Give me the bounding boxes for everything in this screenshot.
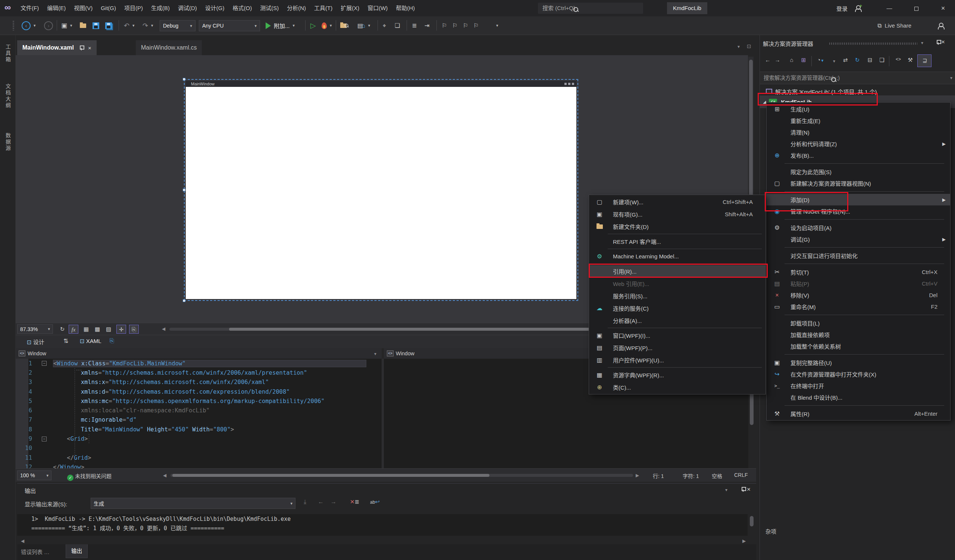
- sign-in-button[interactable]: 登录: [836, 5, 847, 12]
- code-line[interactable]: 10: [16, 444, 382, 453]
- editor-split-divider[interactable]: [382, 359, 384, 468]
- panel-dropdown-icon[interactable]: ▾: [921, 40, 923, 45]
- menu-item[interactable]: 对交互窗口进行项目初始化: [767, 250, 950, 261]
- menu-item[interactable]: 添加(D)▶: [767, 194, 950, 206]
- code-line[interactable]: 1−<Window x:Class="KmdFocLib.MainWindow": [16, 359, 382, 368]
- pin-icon[interactable]: [741, 487, 745, 492]
- breadcrumb-left[interactable]: <> Window ▾: [16, 348, 382, 359]
- restore-button[interactable]: [908, 0, 925, 16]
- editor-zoom-dropdown[interactable]: 100 %▾: [17, 471, 52, 480]
- menubar-item[interactable]: 编辑(E): [43, 0, 70, 16]
- output-vertical-scrollbar[interactable]: [750, 516, 753, 526]
- menubar-item[interactable]: 扩展(X): [337, 0, 363, 16]
- menu-item[interactable]: ◉管理 NuGet 程序包(N)...: [767, 206, 950, 217]
- menu-item[interactable]: ▣复制完整路径(U): [767, 357, 950, 368]
- start-without-debug-button[interactable]: ▷: [310, 16, 316, 35]
- new-project-button[interactable]: ▣▾: [61, 16, 72, 35]
- selection-tool-icon[interactable]: ⌖: [383, 16, 386, 35]
- back-icon[interactable]: ←: [763, 57, 773, 63]
- word-wrap-icon[interactable]: ab↩: [370, 499, 380, 505]
- design-canvas[interactable]: MainWindow: [186, 81, 576, 299]
- fold-collapse-icon[interactable]: −: [42, 361, 47, 366]
- menu-item[interactable]: ▤页面(WPF)(P)...: [589, 342, 766, 354]
- indent-decrease-icon[interactable]: ≣: [412, 16, 417, 35]
- goto-message-icon[interactable]: ⤓: [304, 499, 306, 505]
- next-message-icon[interactable]: →: [330, 499, 337, 505]
- code-line[interactable]: 12</Window>: [16, 462, 382, 468]
- show-all-files-icon[interactable]: ❏: [877, 57, 887, 63]
- menu-item[interactable]: 重新生成(E): [767, 115, 950, 126]
- output-text-area[interactable]: 1> KmdFocLib -> E:\KmdFoc\Tools\vSeaskyD…: [17, 514, 748, 536]
- code-line[interactable]: 5 xmlns:mc="http://schemas.openxmlformat…: [16, 396, 382, 406]
- pending-changes-filter-icon[interactable]: ◔▼: [816, 57, 825, 63]
- pop-out-pane-icon[interactable]: ⎘: [110, 337, 114, 344]
- menu-item[interactable]: 加载直接依赖项: [767, 329, 950, 340]
- menu-item[interactable]: 服务引用(S)...: [589, 290, 766, 302]
- tab-error-list[interactable]: 错误列表 …: [21, 548, 50, 555]
- code-line[interactable]: 3 xmlns:x="http://schemas.microsoft.com/…: [16, 377, 382, 387]
- menu-item[interactable]: ☁连接的服务(C): [589, 302, 766, 314]
- code-health-indicator[interactable]: ✓ 未找到相关问题: [67, 472, 111, 481]
- menubar-item[interactable]: 设计(G): [201, 0, 229, 16]
- menubar-item[interactable]: 视图(V): [70, 0, 97, 16]
- designer-zoom-dropdown[interactable]: 87.33%▾: [17, 324, 53, 334]
- menubar-item[interactable]: 工具(T): [310, 0, 337, 16]
- menu-item[interactable]: ⚙设为启动项目(A): [767, 222, 950, 233]
- menu-item[interactable]: >_在终端中打开: [767, 380, 950, 392]
- start-debug-button[interactable]: 附加...▾: [266, 16, 295, 35]
- refresh-icon[interactable]: ↻: [852, 57, 862, 63]
- close-button[interactable]: ×: [935, 0, 952, 16]
- menubar-item[interactable]: 分析(N): [283, 0, 310, 16]
- design-tab[interactable]: ⊡ 设计: [27, 338, 44, 346]
- menu-item[interactable]: ▭重命名(M)F2: [767, 301, 950, 312]
- menu-item[interactable]: ⚙Machine Learning Model...: [589, 250, 766, 262]
- hscroll-right-arrow[interactable]: ▶: [742, 538, 746, 544]
- menu-item[interactable]: 分析器(A)...: [589, 314, 766, 327]
- hscroll-left-arrow[interactable]: ◀: [21, 538, 24, 544]
- switch-views-icon[interactable]: ⊞: [799, 57, 808, 63]
- resize-handle[interactable]: [183, 78, 185, 81]
- swap-panes-icon[interactable]: ⇅: [63, 337, 68, 345]
- home-icon[interactable]: ⌂: [787, 57, 797, 63]
- undo-button[interactable]: ↶▾: [124, 16, 135, 35]
- artboard-background-icon[interactable]: ▨: [104, 325, 113, 334]
- search-options-icon[interactable]: ▾: [950, 72, 952, 84]
- navigate-forward-button[interactable]: ›: [44, 16, 53, 35]
- menubar-item[interactable]: 文件(F): [16, 0, 43, 16]
- misc-section-label[interactable]: 杂项: [766, 527, 776, 535]
- menu-item[interactable]: 引用(R)...: [589, 265, 766, 278]
- code-line[interactable]: 2 xmlns="http://schemas.microsoft.com/wi…: [16, 368, 382, 377]
- menu-item[interactable]: 分析和代码清理(Z)▶: [767, 138, 950, 150]
- open-file-button[interactable]: [80, 16, 86, 35]
- breadcrumb-dropdown-icon[interactable]: ▾: [374, 351, 376, 356]
- menu-item[interactable]: ⚒属性(R)Alt+Enter: [767, 408, 950, 420]
- menu-item[interactable]: ▥用户控件(WPF)(U)...: [589, 354, 766, 366]
- live-share-button[interactable]: ⧉Live Share: [877, 16, 911, 35]
- preview-selected-items-toggle[interactable]: ⊒: [917, 55, 932, 67]
- disable-project-code-icon[interactable]: ⎘: [129, 325, 139, 334]
- menu-item[interactable]: REST API 客户端...: [589, 235, 766, 248]
- fold-collapse-icon[interactable]: −: [42, 437, 47, 441]
- hot-reload-button[interactable]: ▾: [322, 16, 332, 35]
- effects-toggle-icon[interactable]: fx: [69, 325, 78, 334]
- status-eol[interactable]: CRLF: [734, 472, 748, 478]
- toolbar-overflow[interactable]: ▾: [493, 16, 498, 35]
- hscroll-left-arrow[interactable]: ◀: [162, 326, 165, 331]
- menu-item[interactable]: ⊕类(C)...: [589, 381, 766, 393]
- menu-item[interactable]: ▢新建项(W)...Ctrl+Shift+A: [589, 196, 766, 208]
- menu-item[interactable]: 卸载项目(L): [767, 317, 950, 329]
- left-strip-tab[interactable]: 工具箱: [4, 44, 12, 63]
- xaml-tab[interactable]: ⊡ XAML: [80, 338, 102, 345]
- menu-item[interactable]: ▣窗口(WPF)(I)...: [589, 329, 766, 342]
- resize-handle[interactable]: [183, 299, 185, 302]
- menubar-item[interactable]: 调试(D): [174, 0, 201, 16]
- menu-item[interactable]: ▦资源字典(WPF)(R)...: [589, 369, 766, 381]
- navigate-back-button[interactable]: ‹▾: [22, 16, 36, 35]
- menubar-item[interactable]: 窗口(W): [363, 0, 392, 16]
- menu-item[interactable]: ✂剪切(T)Ctrl+X: [767, 266, 950, 278]
- bookmark-buttons[interactable]: ⚐⚐⚐⚐: [442, 16, 484, 35]
- menu-item[interactable]: 调试(G)▶: [767, 233, 950, 245]
- code-line[interactable]: 7 mc:Ignorable="d": [16, 415, 382, 425]
- properties-icon[interactable]: ⚒: [905, 57, 915, 63]
- menu-item[interactable]: 在 Blend 中设计(B)...: [767, 392, 950, 403]
